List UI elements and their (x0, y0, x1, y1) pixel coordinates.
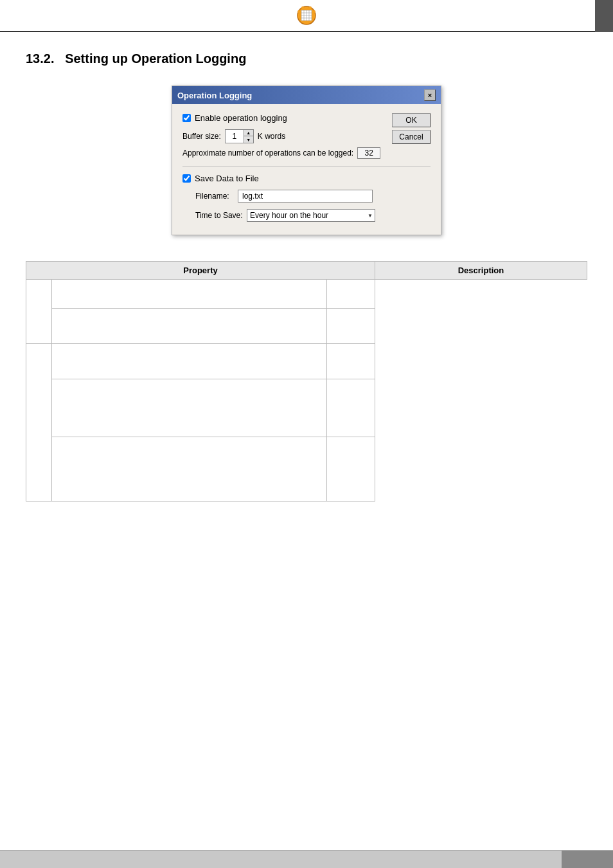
spinner-down[interactable]: ▼ (244, 136, 253, 143)
filename-row: Filename: log.txt (195, 190, 431, 203)
approx-value: 32 (357, 147, 380, 159)
property-header: Property (26, 262, 375, 280)
property-cell-1 (52, 280, 327, 309)
table-row (26, 437, 587, 502)
dialog-wrapper: Operation Logging × OK Cancel Enable ope… (26, 86, 587, 235)
save-to-file-checkbox[interactable] (182, 174, 191, 183)
description-header: Description (375, 262, 587, 280)
svg-point-11 (313, 10, 315, 13)
properties-table: Property Description (26, 261, 587, 502)
description-cell-1 (327, 280, 375, 309)
cancel-button[interactable]: Cancel (392, 130, 431, 144)
enable-logging-checkbox[interactable] (182, 114, 191, 122)
filename-label: Filename: (195, 192, 234, 201)
property-cell-2 (52, 309, 327, 344)
save-to-file-label: Save Data to File (195, 174, 259, 183)
table-row (26, 379, 587, 437)
property-cell-5 (52, 437, 327, 502)
separator (182, 167, 431, 167)
bottom-tab-decoration (562, 851, 613, 869)
page-content: 13.2. Setting up Operation Logging Opera… (0, 32, 613, 527)
time-to-save-label: Time to Save: (195, 211, 243, 220)
spinner-arrows: ▲ ▼ (244, 130, 253, 143)
table-row (26, 280, 587, 309)
description-cell-2 (327, 309, 375, 344)
ok-button[interactable]: OK (392, 113, 431, 127)
property-cell-3 (52, 344, 327, 379)
section-title: 13.2. Setting up Operation Logging (26, 51, 587, 66)
table-row (26, 344, 587, 379)
section-heading: Setting up Operation Logging (65, 51, 246, 66)
dialog-title: Operation Logging (177, 91, 252, 100)
spinner-up[interactable]: ▲ (244, 130, 253, 136)
buffer-size-label: Buffer size: (182, 132, 221, 141)
description-cell-3 (327, 344, 375, 379)
top-bar (0, 0, 613, 32)
time-to-save-row: Time to Save: Every hour on the hour Eve… (195, 209, 431, 222)
buffer-spinner: 1 ▲ ▼ (225, 129, 254, 143)
enable-logging-label: Enable operation logging (195, 113, 287, 123)
dialog-buttons: OK Cancel (392, 113, 431, 144)
close-icon: × (428, 91, 432, 99)
bottom-bar (0, 850, 613, 868)
dialog-titlebar: Operation Logging × (172, 86, 441, 104)
time-select-wrapper: Every hour on the hour Every 30 minutes … (247, 209, 375, 222)
svg-point-9 (309, 6, 312, 9)
buffer-unit-label: K words (258, 132, 285, 141)
save-to-file-row: Save Data to File (182, 174, 431, 183)
dialog-body: OK Cancel Enable operation logging Buffe… (172, 104, 441, 235)
svg-point-8 (301, 6, 304, 9)
filename-input[interactable]: log.txt (238, 190, 373, 203)
svg-point-10 (298, 10, 300, 13)
approx-row: Approximate number of operations can be … (182, 147, 431, 159)
right-tab-decoration (595, 0, 613, 32)
group-cell-1 (26, 280, 52, 344)
group-cell-2 (26, 344, 52, 502)
description-cell-4 (327, 379, 375, 437)
dialog-close-button[interactable]: × (424, 89, 436, 101)
property-cell-4 (52, 379, 327, 437)
table-row (26, 309, 587, 344)
operation-logging-dialog: Operation Logging × OK Cancel Enable ope… (172, 86, 441, 235)
approx-label: Approximate number of operations can be … (182, 149, 353, 158)
description-cell-5 (327, 437, 375, 502)
app-icon (295, 4, 318, 27)
section-number: 13.2. (26, 51, 54, 66)
buffer-size-input[interactable]: 1 (226, 131, 244, 141)
time-to-save-select[interactable]: Every hour on the hour Every 30 minutes … (247, 209, 375, 222)
